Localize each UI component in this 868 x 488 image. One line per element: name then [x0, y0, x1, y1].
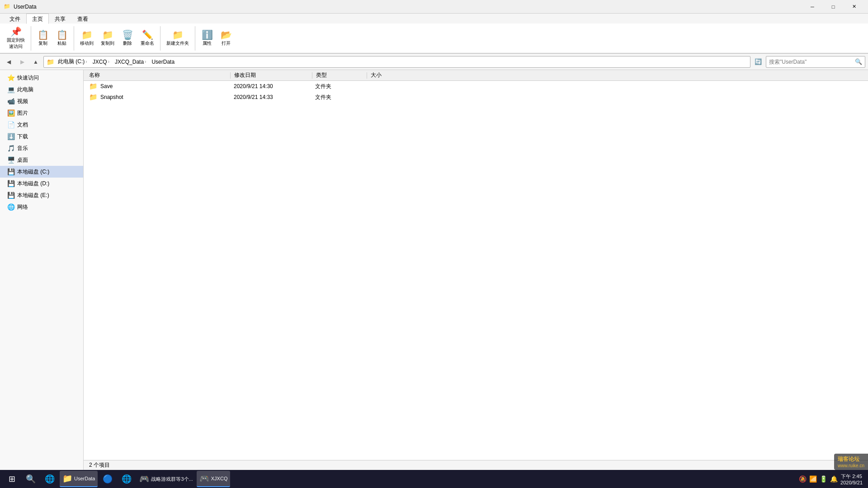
- sidebar-item-video[interactable]: 📹 视频: [0, 95, 83, 107]
- properties-button[interactable]: ℹ️ 属性: [198, 25, 216, 52]
- taskbar-chrome-button[interactable]: 🔵: [99, 471, 117, 487]
- desktop-icon: 🖥️: [7, 156, 14, 164]
- xjxcq-icon: 🎮: [199, 474, 209, 483]
- rename-icon: ✏️: [142, 30, 153, 39]
- breadcrumb-userdata[interactable]: UserData: [150, 58, 176, 66]
- delete-button[interactable]: 🗑️ 删除: [118, 25, 137, 52]
- folder-icon-snapshot: 📁: [89, 93, 98, 101]
- sidebar-item-pictures[interactable]: 🖼️ 图片: [0, 107, 83, 119]
- content-area: 名称 修改日期 类型 大小 📁 Save 2020/9/21 14:30 文件夹: [84, 70, 868, 470]
- sidebar-item-documents[interactable]: 📄 文档: [0, 119, 83, 131]
- pictures-icon: 🖼️: [7, 109, 14, 117]
- breadcrumb-sep-1: ›: [85, 59, 87, 64]
- address-folder-icon: 📁: [47, 58, 54, 66]
- tab-share[interactable]: 共享: [49, 14, 71, 23]
- properties-icon: ℹ️: [202, 30, 213, 39]
- downloads-icon: ⬇️: [7, 133, 14, 140]
- ribbon-content: 📌 固定到快 速访问 📋 复制 📋 粘贴 📁 移动到 📁 复制到 🗑️ 删除 ✏…: [0, 23, 868, 53]
- refresh-button[interactable]: 🔄: [752, 56, 764, 68]
- column-header: 名称 修改日期 类型 大小: [84, 70, 868, 81]
- new-folder-button[interactable]: 📁 新建文件夹: [163, 25, 192, 52]
- sidebar: ⭐ 快速访问 💻 此电脑 📹 视频 🖼️ 图片 📄 文档 ⬇️ 下载 🎵 音乐 …: [0, 70, 84, 470]
- copyto-icon: 📁: [102, 30, 113, 39]
- window-icon: 📁: [4, 3, 11, 10]
- chrome-icon: 🔵: [103, 474, 113, 484]
- sidebar-item-this-pc[interactable]: 💻 此电脑: [0, 84, 83, 95]
- taskbar: ⊞ 🔍 🌐 📁 UserData 🔵 🌐 🎮 战略游戏群等3个... 🎮 XJX…: [0, 470, 868, 488]
- forward-button[interactable]: ▶: [16, 56, 28, 68]
- title-bar-left: 📁 UserData: [4, 3, 37, 10]
- pin-icon: 📌: [10, 27, 22, 36]
- sidebar-item-music[interactable]: 🎵 音乐: [0, 142, 83, 154]
- breadcrumb-this-pc[interactable]: 此电脑 (C:) ›: [56, 57, 89, 66]
- sidebar-item-drive-e[interactable]: 💾 本地磁盘 (E:): [0, 189, 83, 201]
- this-pc-icon: 💻: [7, 86, 14, 93]
- copy-button[interactable]: 📋 复制: [34, 25, 52, 52]
- back-button[interactable]: ◀: [3, 56, 14, 68]
- move-to-button[interactable]: 📁 移动到: [77, 25, 97, 52]
- explorer-icon: 📁: [62, 474, 72, 483]
- ribbon-tabs: 文件 主页 共享 查看: [0, 14, 868, 23]
- battery-icon[interactable]: 🔋: [820, 475, 827, 483]
- pin-quick-access-button[interactable]: 📌 固定到快 速访问: [4, 25, 28, 52]
- taskbar-clock[interactable]: 下午 2:45 2020/9/21: [840, 473, 863, 485]
- breadcrumb-sep-2: ›: [108, 59, 109, 64]
- file-type-snapshot: 文件夹: [311, 94, 366, 101]
- breadcrumb-jxcq-data[interactable]: JXCQ_Data ›: [113, 58, 148, 66]
- sidebar-item-quick-access[interactable]: ⭐ 快速访问: [0, 72, 83, 84]
- sidebar-item-drive-c[interactable]: 💾 本地磁盘 (C:): [0, 166, 83, 178]
- ribbon-sep-3: [160, 26, 160, 51]
- game-group-label: 战略游戏群等3个...: [151, 476, 193, 483]
- notification-icon[interactable]: 🔔: [830, 475, 838, 483]
- search-box[interactable]: 🔍: [766, 56, 865, 68]
- sidebar-item-downloads[interactable]: ⬇️ 下载: [0, 131, 83, 142]
- col-header-size[interactable]: 大小: [367, 71, 421, 79]
- network-icon: 🌐: [7, 203, 14, 211]
- watermark-site-name: 瑞客论坛: [838, 455, 864, 463]
- open-button[interactable]: 📂 打开: [217, 25, 235, 52]
- network-taskbar-icon[interactable]: 📶: [809, 475, 817, 483]
- taskbar-xjxcq-button[interactable]: 🎮 XJXCQ: [197, 471, 231, 487]
- main-area: ⭐ 快速访问 💻 此电脑 📹 视频 🖼️ 图片 📄 文档 ⬇️ 下载 🎵 音乐 …: [0, 70, 868, 470]
- taskbar-game-group-button[interactable]: 🎮 战略游戏群等3个...: [137, 471, 195, 487]
- paste-button[interactable]: 📋 粘贴: [53, 25, 71, 52]
- start-button[interactable]: ⊞: [3, 471, 21, 487]
- col-header-type[interactable]: 类型: [312, 71, 367, 79]
- explorer-label: UserData: [74, 476, 95, 481]
- tab-home[interactable]: 主页: [26, 14, 49, 24]
- status-bar: 2 个项目: [84, 460, 868, 470]
- window-title: UserData: [14, 4, 37, 10]
- file-date-snapshot: 2020/9/21 14:33: [230, 94, 311, 100]
- sidebar-item-desktop[interactable]: 🖥️ 桌面: [0, 154, 83, 166]
- tab-view[interactable]: 查看: [71, 14, 94, 23]
- col-header-name[interactable]: 名称: [85, 71, 230, 79]
- breadcrumb-sep-3: ›: [145, 59, 146, 64]
- browser2-icon: 🌐: [122, 474, 132, 484]
- sidebar-item-drive-d[interactable]: 💾 本地磁盘 (D:): [0, 178, 83, 189]
- title-bar: 📁 UserData ─ □ ✕: [0, 0, 868, 14]
- minimize-button[interactable]: ─: [802, 0, 823, 14]
- mute-icon[interactable]: 🔕: [799, 475, 807, 483]
- sidebar-item-network[interactable]: 🌐 网络: [0, 201, 83, 213]
- search-icon[interactable]: 🔍: [855, 58, 862, 65]
- rename-button[interactable]: ✏️ 重命名: [137, 25, 157, 52]
- file-row-snapshot[interactable]: 📁 Snapshot 2020/9/21 14:33 文件夹: [84, 92, 868, 103]
- maximize-button[interactable]: □: [823, 0, 844, 14]
- up-button[interactable]: ▲: [30, 56, 42, 68]
- col-header-date[interactable]: 修改日期: [231, 71, 312, 79]
- ribbon: 文件 主页 共享 查看 📌 固定到快 速访问 📋 复制 📋 粘贴 📁 移动到 📁…: [0, 14, 868, 54]
- taskbar-search-button[interactable]: 🔍: [22, 471, 40, 487]
- breadcrumb-jxcq[interactable]: JXCQ ›: [91, 58, 111, 66]
- music-icon: 🎵: [7, 145, 14, 152]
- close-button[interactable]: ✕: [844, 0, 864, 14]
- taskbar-edge-button[interactable]: 🌐: [41, 471, 59, 487]
- file-row-save[interactable]: 📁 Save 2020/9/21 14:30 文件夹: [84, 81, 868, 92]
- drive-c-icon: 💾: [7, 168, 14, 175]
- taskbar-explorer-button[interactable]: 📁 UserData: [60, 471, 98, 487]
- copy-to-button[interactable]: 📁 复制到: [98, 25, 118, 52]
- tab-file[interactable]: 文件: [4, 14, 26, 23]
- file-name-snapshot: 📁 Snapshot: [85, 93, 230, 101]
- taskbar-browser2-button[interactable]: 🌐: [118, 471, 136, 487]
- search-input[interactable]: [769, 59, 853, 65]
- address-bar[interactable]: 📁 此电脑 (C:) › JXCQ › JXCQ_Data › UserData: [43, 56, 750, 68]
